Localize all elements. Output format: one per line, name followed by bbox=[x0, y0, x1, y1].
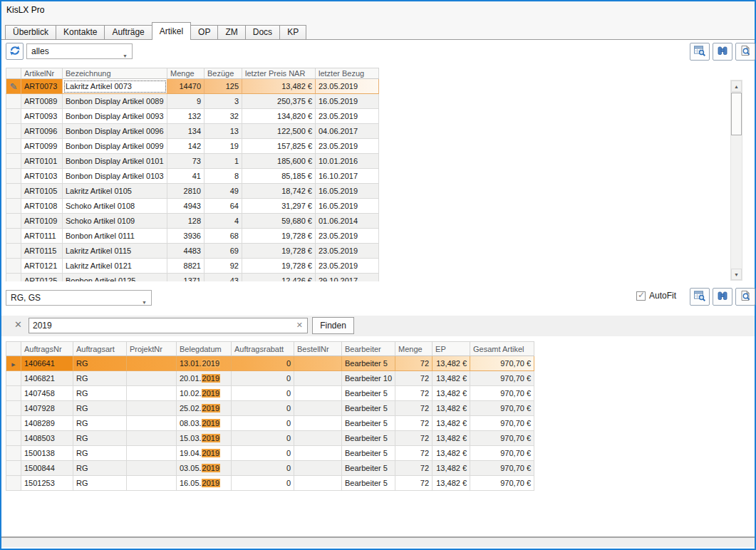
grid-cell[interactable]: 64 bbox=[204, 199, 242, 214]
grid-cell[interactable]: Bonbon Display Artikel 0099 bbox=[63, 139, 167, 154]
grid-row[interactable]: ART0108Schoko Artikel 010849436431,297 €… bbox=[6, 199, 379, 214]
grid-cell[interactable]: 15.03.2019 bbox=[177, 431, 232, 446]
grid-cell[interactable]: 1407458 bbox=[21, 386, 73, 401]
column-header-ep[interactable]: EP bbox=[433, 341, 470, 356]
column-header-menge[interactable]: Menge bbox=[167, 68, 204, 79]
grid-cell[interactable]: 23.05.2019 bbox=[316, 244, 379, 259]
grid-cell[interactable]: 9 bbox=[167, 94, 204, 109]
grid-cell[interactable]: 12,426 € bbox=[242, 274, 316, 281]
grid-cell[interactable]: 13,482 € bbox=[433, 401, 470, 416]
grid-row[interactable]: 1407928RG25.02.20190Bearbeiter 57213,482… bbox=[6, 401, 534, 416]
grid-cell[interactable]: RG bbox=[73, 371, 127, 386]
grid-row[interactable]: ART0101Bonbon Display Artikel 0101731185… bbox=[6, 154, 379, 169]
row-indicator-cell[interactable] bbox=[6, 259, 21, 274]
grid-cell[interactable] bbox=[127, 356, 177, 371]
row-indicator-cell[interactable] bbox=[6, 461, 21, 476]
grid-cell[interactable]: 970,70 € bbox=[470, 446, 534, 461]
grid-cell[interactable]: 08.03.2019 bbox=[177, 416, 232, 431]
grid-cell[interactable]: Bonbon Display Artikel 0096 bbox=[63, 124, 167, 139]
grid-cell[interactable]: 23.05.2019 bbox=[316, 79, 379, 94]
grid-cell[interactable] bbox=[294, 371, 342, 386]
grid-cell[interactable]: 970,70 € bbox=[470, 356, 534, 371]
grid-row[interactable]: ART0109Schoko Artikel 0109128459,680 €01… bbox=[6, 214, 379, 229]
grid-row[interactable]: ART0111Bonbon Artikel 011139366819,728 €… bbox=[6, 229, 379, 244]
tab-überblick[interactable]: Überblick bbox=[5, 25, 56, 40]
grid-cell[interactable]: 32 bbox=[204, 109, 242, 124]
tab-aufträge[interactable]: Aufträge bbox=[104, 25, 152, 40]
grid-cell[interactable]: ART0099 bbox=[21, 139, 63, 154]
grid-cell[interactable]: 3936 bbox=[167, 229, 204, 244]
grid-cell[interactable]: 85,185 € bbox=[242, 169, 316, 184]
grid-cell[interactable]: 157,825 € bbox=[242, 139, 316, 154]
grid-cell[interactable] bbox=[294, 431, 342, 446]
grid-cell[interactable]: 4483 bbox=[167, 244, 204, 259]
grid-row[interactable]: 1500138RG19.04.20190Bearbeiter 57213,482… bbox=[6, 446, 534, 461]
row-indicator-cell[interactable] bbox=[6, 401, 21, 416]
row-indicator-cell[interactable] bbox=[6, 371, 21, 386]
grid-cell[interactable]: 19,728 € bbox=[242, 244, 316, 259]
grid-cell[interactable]: ART0125 bbox=[21, 274, 63, 281]
grid-cell[interactable]: ART0115 bbox=[21, 244, 63, 259]
grid-cell[interactable]: 970,70 € bbox=[470, 461, 534, 476]
grid-row[interactable]: 1501253RG16.05.20190Bearbeiter 57213,482… bbox=[6, 476, 534, 491]
grid-row[interactable]: ART0093Bonbon Display Artikel 0093132321… bbox=[6, 109, 379, 124]
scrollbar-thumb[interactable] bbox=[731, 93, 742, 135]
grid-column-search-button[interactable] bbox=[690, 43, 710, 61]
tab-kp[interactable]: KP bbox=[279, 25, 306, 40]
grid-cell[interactable]: 73 bbox=[167, 154, 204, 169]
grid-cell[interactable]: 92 bbox=[204, 259, 242, 274]
row-indicator-cell[interactable] bbox=[6, 109, 21, 124]
grid-cell[interactable]: 2810 bbox=[167, 184, 204, 199]
grid-cell[interactable] bbox=[294, 416, 342, 431]
grid-cell[interactable]: ART0093 bbox=[21, 109, 63, 124]
grid-cell[interactable]: Bonbon Artikel 0125 bbox=[63, 274, 167, 281]
column-header-auftragsart[interactable]: Auftragsart bbox=[73, 341, 127, 356]
grid-cell[interactable] bbox=[127, 461, 177, 476]
grid-cell[interactable]: 132 bbox=[167, 109, 204, 124]
articles-vertical-scrollbar[interactable]: ▲ ▼ bbox=[730, 80, 742, 281]
grid-cell[interactable]: RG bbox=[73, 446, 127, 461]
grid-cell[interactable] bbox=[294, 461, 342, 476]
grid-cell[interactable]: 72 bbox=[395, 416, 433, 431]
grid-cell[interactable]: 10.01.2016 bbox=[316, 154, 379, 169]
column-header-gesamt-artikel[interactable]: Gesamt Artikel bbox=[470, 341, 534, 356]
grid-cell[interactable]: Bonbon Display Artikel 0093 bbox=[63, 109, 167, 124]
row-indicator-cell[interactable] bbox=[6, 416, 21, 431]
grid-cell[interactable]: RG bbox=[73, 416, 127, 431]
grid-cell[interactable]: ART0089 bbox=[21, 94, 63, 109]
grid-cell[interactable] bbox=[127, 386, 177, 401]
tab-docs[interactable]: Docs bbox=[245, 25, 280, 40]
grid-cell[interactable]: 72 bbox=[395, 446, 433, 461]
grid-cell[interactable]: 31,297 € bbox=[242, 199, 316, 214]
grid-cell[interactable]: Schoko Artikel 0108 bbox=[63, 199, 167, 214]
grid-row[interactable]: ART0096Bonbon Display Artikel 0096134131… bbox=[6, 124, 379, 139]
grid-cell[interactable]: 1407928 bbox=[21, 401, 73, 416]
row-indicator-cell[interactable]: ✎ bbox=[6, 79, 21, 94]
grid-cell[interactable]: 142 bbox=[167, 139, 204, 154]
grid-cell[interactable]: Bearbeiter 5 bbox=[342, 431, 395, 446]
grid-cell[interactable]: 10.02.2019 bbox=[177, 386, 232, 401]
column-header-bearbeiter[interactable]: Bearbeiter bbox=[342, 341, 395, 356]
column-header-bestellnr[interactable]: BestellNr bbox=[294, 341, 342, 356]
grid-cell[interactable]: 1408503 bbox=[21, 431, 73, 446]
grid-cell[interactable]: Bearbeiter 5 bbox=[342, 356, 395, 371]
grid-cell[interactable]: Bearbeiter 5 bbox=[342, 416, 395, 431]
grid-cell[interactable]: 13.01.2019 bbox=[177, 356, 232, 371]
grid-cell[interactable] bbox=[294, 401, 342, 416]
grid-cell[interactable]: 23.05.2019 bbox=[316, 139, 379, 154]
grid-cell[interactable]: 49 bbox=[204, 184, 242, 199]
grid-cell[interactable]: 970,70 € bbox=[470, 401, 534, 416]
grid-cell[interactable]: ART0073 bbox=[21, 79, 63, 94]
grid-cell[interactable]: 13,482 € bbox=[433, 461, 470, 476]
grid-row[interactable]: ART0089Bonbon Display Artikel 008993250,… bbox=[6, 94, 379, 109]
grid-cell[interactable] bbox=[294, 356, 342, 371]
autofit-checkbox[interactable]: ✓ bbox=[636, 291, 646, 301]
grid-row[interactable]: ART0115Lakritz Artikel 011544836919,728 … bbox=[6, 244, 379, 259]
grid-cell[interactable]: 1406641 bbox=[21, 356, 73, 371]
column-header-auftragsnr[interactable]: AuftragsNr bbox=[21, 341, 73, 356]
grid-cell[interactable]: Lakritz Artikel 0121 bbox=[63, 259, 167, 274]
grid-cell[interactable]: 16.05.2019 bbox=[316, 94, 379, 109]
grid-cell[interactable]: 0 bbox=[232, 431, 294, 446]
grid-cell[interactable]: 970,70 € bbox=[470, 476, 534, 491]
grid-cell[interactable]: 0 bbox=[232, 356, 294, 371]
